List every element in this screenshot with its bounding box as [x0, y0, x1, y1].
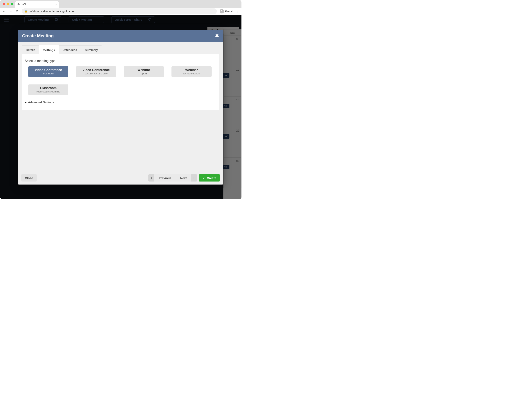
tab-attendees[interactable]: Attendees	[59, 45, 81, 54]
meeting-type-title: Classroom	[40, 86, 57, 90]
close-icon[interactable]: ✖	[215, 33, 219, 39]
new-tab-button[interactable]: +	[60, 1, 66, 7]
profile-label: Guest	[225, 10, 233, 13]
next-button[interactable]: Next	[176, 174, 191, 181]
previous-icon-button[interactable]: ‹	[148, 174, 154, 181]
chevron-left-icon: ‹	[151, 176, 152, 180]
meeting-type-title: Video Conference	[35, 68, 62, 72]
modal-body: Details Settings Attendees Summary Selec…	[18, 42, 223, 171]
browser-tab-title: VCI	[22, 3, 26, 6]
browser-tab[interactable]: VCI ×	[15, 1, 59, 8]
meeting-type-grid: Video Conference standard Video Conferen…	[25, 66, 216, 95]
meeting-type-title: Video Conference	[82, 68, 110, 72]
modal-title: Create Meeting	[22, 33, 54, 38]
next-label: Next	[180, 176, 187, 180]
reload-icon[interactable]: ⟳	[15, 9, 19, 13]
modal-header: Create Meeting ✖	[18, 30, 223, 42]
browser-tab-strip: VCI × +	[0, 0, 241, 8]
meeting-type-webinar-open[interactable]: Webinar open	[124, 66, 164, 77]
meeting-type-sub: standard	[43, 72, 54, 75]
close-button-label: Close	[25, 176, 33, 180]
svg-point-3	[221, 10, 222, 11]
meeting-type-sub: w/ registration	[183, 72, 200, 75]
previous-button[interactable]: Previous	[154, 174, 176, 181]
window-zoom-icon[interactable]	[11, 3, 13, 5]
favicon-icon	[17, 3, 20, 6]
create-button[interactable]: ✓ Create	[199, 174, 220, 181]
meeting-type-sub: restricted streaming	[37, 90, 60, 93]
next-icon-button[interactable]: ›	[191, 174, 197, 181]
lock-icon: 🔒	[24, 10, 28, 13]
chevron-right-icon: ›	[194, 176, 195, 180]
modal-footer: Close ‹ Previous Next › ✓ Create	[18, 171, 223, 185]
browser-toolbar: ← → ⟳ 🔒 m4demo.videoconferencinginfo.com…	[0, 8, 241, 15]
advanced-settings-label: Advanced Settings	[28, 100, 54, 104]
caret-right-icon: ▶	[25, 101, 26, 104]
create-meeting-modal: Create Meeting ✖ Details Settings Attend…	[18, 30, 223, 185]
tab-settings[interactable]: Settings	[39, 45, 59, 54]
modal-tabstrip: Details Settings Attendees Summary	[22, 45, 102, 54]
wizard-nav: ‹ Previous Next ›	[148, 174, 197, 181]
meeting-type-title: Webinar	[138, 68, 150, 72]
settings-panel: Select a meeting type: Video Conference …	[22, 54, 219, 110]
window-minimize-icon[interactable]	[7, 3, 9, 5]
tab-summary[interactable]: Summary	[81, 45, 102, 54]
nav-forward-icon: →	[9, 9, 12, 13]
tab-close-icon[interactable]: ×	[55, 3, 57, 6]
meeting-type-title: Webinar	[185, 68, 198, 72]
meeting-type-video-secure[interactable]: Video Conference secure access only	[76, 66, 116, 77]
create-label: Create	[207, 176, 216, 180]
svg-point-2	[18, 3, 19, 4]
meeting-type-video-standard[interactable]: Video Conference standard	[28, 66, 68, 77]
tab-details[interactable]: Details	[22, 45, 39, 54]
previous-label: Previous	[159, 176, 171, 180]
url-bar[interactable]: 🔒 m4demo.videoconferencinginfo.com	[22, 8, 217, 14]
window-controls	[3, 3, 13, 5]
meeting-type-sub: open	[141, 72, 147, 75]
window-close-icon[interactable]	[3, 3, 5, 5]
profile-chip[interactable]: Guest	[220, 9, 233, 14]
close-button[interactable]: Close	[21, 174, 37, 181]
url-text: m4demo.videoconferencinginfo.com	[30, 10, 75, 13]
meeting-type-sub: secure access only	[85, 72, 108, 75]
browser-menu-icon[interactable]: ⋮	[235, 9, 239, 13]
meeting-type-webinar-reg[interactable]: Webinar w/ registration	[172, 66, 212, 77]
meeting-type-label: Select a meeting type:	[25, 59, 216, 63]
nav-back-icon[interactable]: ←	[2, 9, 6, 13]
check-icon: ✓	[202, 176, 205, 180]
meeting-type-classroom[interactable]: Classroom restricted streaming	[28, 84, 68, 95]
advanced-settings-toggle[interactable]: ▶ Advanced Settings	[25, 100, 216, 104]
avatar-icon	[220, 9, 224, 14]
